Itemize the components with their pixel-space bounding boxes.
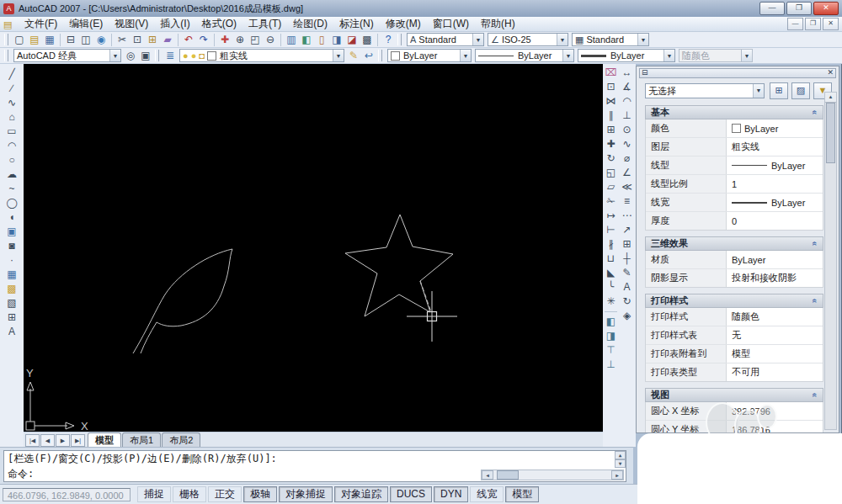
erase-icon[interactable]: ⌧ <box>604 66 619 80</box>
toggle-polar[interactable]: 极轴 <box>243 486 277 502</box>
make-block-icon[interactable]: ◙ <box>4 239 19 253</box>
prop-row-layer[interactable]: 图层 粗实线 <box>646 138 823 157</box>
select-objects-button[interactable]: ▨ <box>791 82 810 99</box>
toggle-dyn[interactable]: DYN <box>434 486 468 502</box>
collapse-chevron-icon[interactable]: « <box>811 299 820 304</box>
join-icon[interactable]: ⊔ <box>604 252 619 266</box>
undo-icon[interactable]: ↶ <box>181 33 196 46</box>
zoom-realtime-icon[interactable]: ⊕ <box>232 33 248 46</box>
doc-restore-button[interactable]: ❐ <box>805 18 821 30</box>
mtext-icon[interactable]: A <box>4 325 19 339</box>
toggle-grid[interactable]: 栅格 <box>173 486 206 502</box>
gradient-icon[interactable]: ▩ <box>4 282 19 296</box>
minimize-button[interactable]: — <box>759 2 785 15</box>
toggle-otrack[interactable]: 对象追踪 <box>334 486 388 502</box>
chamfer-icon[interactable]: ◣ <box>604 266 619 280</box>
plot-preview-icon[interactable]: ◫ <box>78 33 93 46</box>
scroll-up-icon[interactable]: ▲ <box>615 451 626 459</box>
scroll-up-icon[interactable]: ▲ <box>825 93 836 103</box>
draworder-back-icon[interactable]: ◨ <box>604 329 619 343</box>
menu-insert[interactable]: 插入(I) <box>154 16 195 32</box>
chevron-down-icon[interactable]: ▼ <box>637 34 648 45</box>
lineweight-combo[interactable]: ByLayer ▼ <box>578 49 675 62</box>
tab-layout1[interactable]: 布局1 <box>122 432 161 448</box>
prop-row-lineweight[interactable]: 线宽 ByLayer <box>646 194 823 212</box>
chevron-down-icon[interactable]: ▼ <box>753 84 764 98</box>
toggle-ortho[interactable]: 正交 <box>208 486 242 502</box>
tab-nav-first[interactable]: |◀ <box>25 434 40 447</box>
prop-row-plotstyle-table[interactable]: 打印样式表 无 <box>646 326 823 345</box>
collapse-chevron-icon[interactable]: « <box>811 241 820 247</box>
dim-style-icon[interactable]: ◈ <box>620 309 635 323</box>
menu-edit[interactable]: 编辑(E) <box>63 16 109 32</box>
zoom-window-icon[interactable]: ◰ <box>248 33 263 46</box>
toolbar-grip[interactable] <box>4 34 8 45</box>
match-properties-icon[interactable]: ▰ <box>160 33 175 46</box>
menu-modify[interactable]: 修改(M) <box>380 16 427 32</box>
table-icon[interactable]: ⊞ <box>4 310 19 325</box>
selection-combo[interactable]: 无选择 ▼ <box>645 83 765 98</box>
toolbar-grip[interactable] <box>4 50 8 61</box>
menu-help[interactable]: 帮助(H) <box>475 16 521 32</box>
prop-row-linetype-scale[interactable]: 线型比例 1 <box>646 175 823 194</box>
dim-update-icon[interactable]: ↻ <box>620 294 635 309</box>
workspace-save-icon[interactable]: ▣ <box>138 49 153 62</box>
dim-text-edit-icon[interactable]: A <box>620 280 635 294</box>
collapse-chevron-icon[interactable]: « <box>811 110 820 115</box>
chevron-down-icon[interactable]: ▼ <box>333 50 344 61</box>
offset-icon[interactable]: ∥ <box>604 109 619 123</box>
array-icon[interactable]: ⊞ <box>604 123 619 137</box>
chevron-down-icon[interactable]: ▼ <box>562 50 573 61</box>
prop-row-linetype[interactable]: 线型 ByLayer <box>646 157 823 175</box>
draworder-under-icon[interactable]: ⊥ <box>604 358 619 372</box>
table-style-combo[interactable]: ▦ Standard ▼ <box>572 33 649 46</box>
linetype-combo[interactable]: ByLayer ▼ <box>475 49 574 62</box>
chevron-down-icon[interactable]: ▼ <box>557 34 568 45</box>
paste-icon[interactable]: ⊞ <box>145 33 160 46</box>
extend-icon[interactable]: ↦ <box>604 209 619 223</box>
layer-properties-manager-icon[interactable]: ≣ <box>163 49 178 62</box>
qcalc-icon[interactable]: ▩ <box>360 33 375 46</box>
prop-row-shadow[interactable]: 阴影显示 投射和接收阴影 <box>646 269 823 287</box>
publish-icon[interactable]: ◉ <box>93 33 109 46</box>
tab-nav-last[interactable]: ▶| <box>71 434 85 447</box>
prop-row-plot-type[interactable]: 打印表类型 不可用 <box>646 363 823 381</box>
insert-block-icon[interactable]: ▣ <box>4 225 19 239</box>
move-icon[interactable]: ✚ <box>604 137 619 151</box>
menu-tools[interactable]: 工具(T) <box>242 16 287 32</box>
quick-dim-icon[interactable]: ≪ <box>620 180 635 194</box>
menu-file[interactable]: 文件(F) <box>19 16 63 32</box>
section-basic-header[interactable]: 基本« <box>645 105 823 119</box>
plot-icon[interactable]: ⊟ <box>63 33 78 46</box>
color-combo[interactable]: ByLayer ▼ <box>387 49 472 62</box>
prop-row-plot-attached[interactable]: 打印表附着到 模型 <box>646 345 823 363</box>
menu-format[interactable]: 格式(O) <box>196 16 242 32</box>
command-vscroll[interactable]: ▲ ▼ <box>615 451 626 468</box>
tool-palettes-icon[interactable]: ▯ <box>314 33 329 46</box>
command-text-area[interactable]: [栏选(F)/窗交(C)/投影(P)/边(E)/删除(R)/放弃(U)]: 命令… <box>3 450 626 482</box>
toolbar-grip[interactable] <box>397 34 402 45</box>
explode-icon[interactable]: ✳ <box>604 294 619 309</box>
toolbar-grip[interactable] <box>155 50 159 61</box>
scale-icon[interactable]: ◱ <box>604 166 619 180</box>
menu-view[interactable]: 视图(V) <box>109 16 154 32</box>
trim-icon[interactable]: ✁ <box>604 194 619 209</box>
sheetset-manager-icon[interactable]: ◨ <box>329 33 344 46</box>
tab-layout2[interactable]: 布局2 <box>162 432 200 448</box>
tab-model[interactable]: 模型 <box>88 432 121 448</box>
command-prompt[interactable]: 命令: <box>8 467 34 481</box>
command-hscroll[interactable]: ◀ ▶ <box>481 470 624 480</box>
dim-continue-icon[interactable]: ⋯ <box>620 209 635 223</box>
zoom-previous-icon[interactable]: ⊖ <box>263 33 278 46</box>
line-icon[interactable]: ╱ <box>4 67 19 82</box>
menu-dimension[interactable]: 标注(N) <box>333 16 380 32</box>
designcenter-icon[interactable]: ◧ <box>299 33 314 46</box>
scrollbar-thumb[interactable] <box>497 470 519 480</box>
palette-close-icon[interactable]: ✕ <box>827 67 834 77</box>
stretch-icon[interactable]: ▱ <box>604 180 619 194</box>
close-button[interactable]: ✕ <box>813 2 839 15</box>
scrollbar-thumb[interactable] <box>826 103 835 163</box>
hatch-icon[interactable]: ▦ <box>4 268 19 282</box>
copy-icon[interactable]: ⊡ <box>604 80 619 94</box>
arc-icon[interactable]: ◠ <box>4 139 19 153</box>
